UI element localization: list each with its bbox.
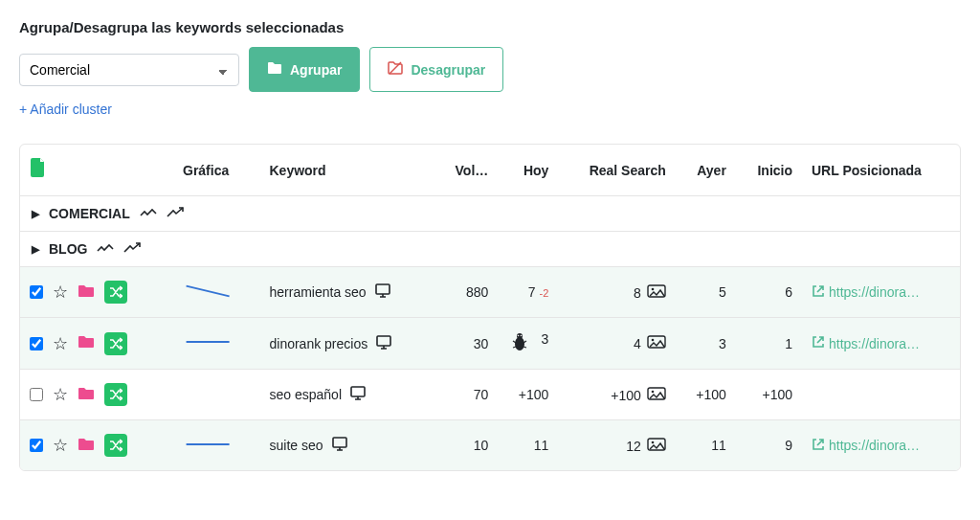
trend-up-icon[interactable] [167, 206, 184, 221]
group-name: COMERCIAL [49, 206, 130, 221]
group-button[interactable]: Agrupar [249, 47, 360, 92]
header-hoy[interactable]: Hoy [498, 145, 558, 196]
shuffle-icon[interactable] [104, 434, 127, 457]
page-icon[interactable] [30, 160, 47, 181]
header-keyword[interactable]: Keyword [259, 145, 434, 196]
group-label: Agrupar [290, 62, 342, 78]
folder-icon[interactable] [78, 283, 95, 303]
delta-value: -2 [540, 287, 549, 299]
trend-icon[interactable] [97, 241, 114, 257]
svg-point-16 [652, 441, 655, 443]
header-url[interactable]: URL Posicionada [802, 145, 960, 196]
svg-rect-1 [376, 284, 390, 294]
desktop-icon [331, 436, 348, 455]
expand-arrow-icon[interactable]: ▶ [32, 243, 39, 256]
table-row: ☆dinorank precios 303431https://dinora… [20, 318, 960, 370]
shuffle-icon[interactable] [104, 332, 127, 355]
keyword-text: dinorank precios [269, 336, 368, 351]
volume-cell: 10 [434, 420, 498, 471]
group-row[interactable]: ▶BLOG [20, 232, 960, 267]
url-cell: https://dinora… [802, 420, 960, 471]
keywords-table: Gráfica Keyword Vol… Hoy Real Search Aye… [20, 145, 960, 470]
table-row: ☆herramienta seo 8807-2856https://dinora… [20, 267, 960, 318]
external-link-icon [812, 335, 825, 351]
real-cell: +100 [558, 370, 675, 420]
row-checkbox[interactable] [30, 388, 43, 401]
header-inicio[interactable]: Inicio [736, 145, 802, 196]
controls-row: Comercial Agrupar Desagrupar [19, 47, 961, 92]
desktop-icon [375, 334, 392, 353]
ungroup-button[interactable]: Desagrupar [369, 47, 503, 92]
keyword-text: herramienta seo [269, 284, 366, 300]
folder-icon [267, 61, 282, 78]
row-checkbox[interactable] [30, 285, 43, 299]
real-cell: 12 [558, 420, 675, 471]
url-text: https://dinora… [829, 438, 920, 453]
trend-up-icon[interactable] [123, 241, 141, 257]
sparkline-cell[interactable] [173, 318, 259, 370]
group-row[interactable]: ▶COMERCIAL [20, 196, 960, 232]
url-link[interactable]: https://dinora… [812, 284, 920, 301]
url-cell: https://dinora… [802, 267, 960, 318]
star-icon[interactable]: ☆ [53, 333, 68, 354]
sparkline-cell[interactable] [173, 420, 259, 471]
volume-cell: 30 [434, 318, 498, 370]
shuffle-icon[interactable] [104, 383, 127, 406]
add-cluster-link[interactable]: + Añadir cluster [19, 102, 112, 117]
svg-point-7 [518, 335, 520, 337]
row-checkbox[interactable] [30, 439, 43, 452]
image-icon [647, 285, 666, 301]
desktop-icon [374, 283, 391, 302]
svg-rect-11 [351, 387, 365, 396]
external-link-icon [812, 284, 825, 301]
url-link[interactable]: https://dinora… [812, 335, 920, 351]
ayer-cell: 3 [676, 318, 736, 370]
ayer-cell: 5 [676, 267, 736, 318]
url-text: https://dinora… [829, 336, 920, 351]
inicio-cell: +100 [736, 370, 802, 420]
star-icon[interactable]: ☆ [53, 435, 68, 456]
url-link[interactable]: https://dinora… [812, 438, 920, 454]
image-icon [647, 336, 666, 351]
row-checkbox[interactable] [30, 337, 43, 350]
table-row: ☆suite seo 101112119https://dinora… [20, 420, 960, 471]
image-icon [647, 388, 666, 403]
svg-point-13 [652, 390, 655, 393]
real-cell: 4 [558, 318, 675, 370]
ayer-cell: +100 [676, 370, 736, 420]
volume-cell: 70 [434, 370, 498, 420]
folder-icon[interactable] [78, 436, 95, 456]
keyword-text: seo español [269, 387, 342, 402]
svg-point-3 [652, 287, 655, 290]
folder-icon[interactable] [78, 333, 95, 353]
header-ayer[interactable]: Ayer [676, 145, 736, 196]
inicio-cell: 1 [736, 318, 802, 370]
star-icon[interactable]: ☆ [53, 282, 68, 303]
shuffle-icon[interactable] [104, 281, 127, 304]
cluster-select[interactable]: Comercial [19, 54, 239, 86]
page-title: Agrupa/Desagrupa las keywords selecciona… [19, 19, 961, 35]
table-row: ☆seo español 70+100+100+100+100 [20, 370, 960, 420]
url-text: https://dinora… [829, 284, 920, 300]
trend-icon[interactable] [140, 206, 157, 221]
hoy-cell: 7-2 [498, 267, 558, 318]
keywords-table-wrap: Gráfica Keyword Vol… Hoy Real Search Aye… [19, 144, 961, 471]
bug-icon [511, 331, 528, 355]
header-real[interactable]: Real Search [558, 145, 675, 196]
svg-rect-14 [333, 438, 346, 447]
header-grafica[interactable]: Gráfica [173, 145, 259, 196]
header-volumen[interactable]: Vol… [434, 145, 498, 196]
svg-rect-4 [377, 336, 390, 346]
svg-point-8 [521, 335, 523, 337]
group-name: BLOG [49, 241, 87, 257]
sparkline-cell[interactable] [173, 267, 259, 318]
expand-arrow-icon[interactable]: ▶ [32, 208, 39, 220]
volume-cell: 880 [434, 267, 498, 318]
ayer-cell: 11 [676, 420, 736, 471]
hoy-cell: 11 [498, 420, 558, 471]
star-icon[interactable]: ☆ [53, 384, 68, 405]
folder-icon[interactable] [78, 385, 95, 405]
external-link-icon [812, 438, 825, 454]
folder-slash-icon [388, 61, 403, 78]
sparkline-cell[interactable] [173, 370, 259, 420]
